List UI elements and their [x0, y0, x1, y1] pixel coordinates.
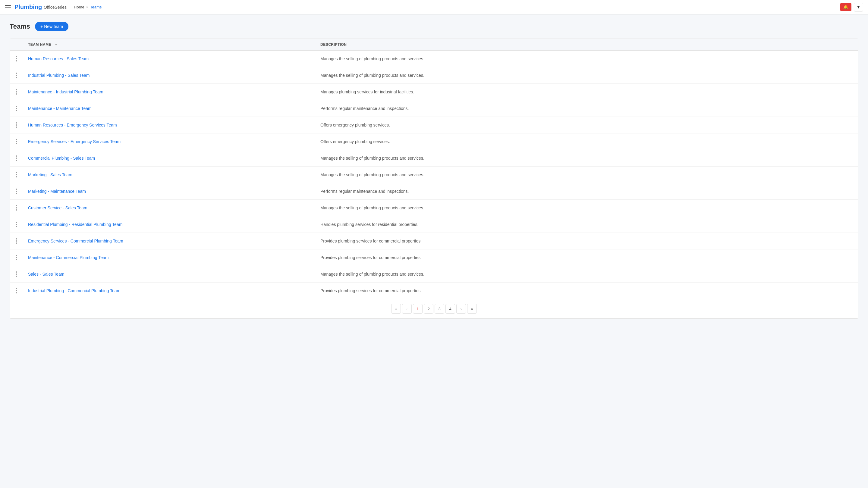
- pagination-page-2[interactable]: 2: [424, 304, 433, 314]
- team-name-link[interactable]: Maintenance - Commercial Plumbing Team: [28, 255, 108, 260]
- row-description-cell: Provides plumbing services for commercia…: [315, 250, 858, 266]
- team-name-link[interactable]: Commercial Plumbing - Sales Team: [28, 156, 95, 161]
- row-menu-button[interactable]: [15, 221, 19, 228]
- table-row: Sales - Sales TeamManages the selling of…: [10, 266, 858, 283]
- row-action-cell: [10, 133, 23, 150]
- new-team-button[interactable]: + New team: [35, 22, 68, 31]
- team-name-link[interactable]: Industrial Plumbing - Sales Team: [28, 73, 90, 78]
- row-menu-button[interactable]: [15, 88, 19, 96]
- table-row: Human Resources - Emergency Services Tea…: [10, 117, 858, 133]
- team-name-link[interactable]: Residential Plumbing - Residential Plumb…: [28, 222, 122, 227]
- row-menu-button[interactable]: [15, 154, 19, 162]
- row-menu-button[interactable]: [15, 121, 19, 129]
- row-action-cell: [10, 167, 23, 183]
- team-name-link[interactable]: Human Resources - Emergency Services Tea…: [28, 123, 117, 127]
- pagination-next[interactable]: ›: [456, 304, 466, 314]
- table-header-description: DESCRIPTION: [315, 39, 858, 51]
- team-name-link[interactable]: Maintenance - Maintenance Team: [28, 106, 92, 111]
- team-name-link[interactable]: Customer Service - Sales Team: [28, 205, 87, 210]
- team-description: Offers emergency plumbing services.: [320, 123, 390, 127]
- row-menu-button[interactable]: [15, 270, 19, 278]
- table-row: Customer Service - Sales TeamManages the…: [10, 200, 858, 216]
- pagination-page-3[interactable]: 3: [435, 304, 444, 314]
- row-description-cell: Manages the selling of plumbing products…: [315, 67, 858, 84]
- row-team-name-cell: Commercial Plumbing - Sales Team: [23, 150, 315, 167]
- row-menu-button[interactable]: [15, 104, 19, 112]
- team-name-link[interactable]: Marketing - Sales Team: [28, 172, 72, 177]
- row-description-cell: Manages the selling of plumbing products…: [315, 167, 858, 183]
- row-team-name-cell: Maintenance - Maintenance Team: [23, 100, 315, 117]
- team-name-link[interactable]: Sales - Sales Team: [28, 272, 64, 276]
- row-team-name-cell: Maintenance - Industrial Plumbing Team: [23, 84, 315, 100]
- row-menu-button[interactable]: [15, 171, 19, 178]
- row-team-name-cell: Marketing - Maintenance Team: [23, 183, 315, 200]
- team-name-link[interactable]: Industrial Plumbing - Commercial Plumbin…: [28, 288, 120, 293]
- row-action-cell: [10, 67, 23, 84]
- row-action-cell: [10, 200, 23, 216]
- row-menu-button[interactable]: [15, 204, 19, 212]
- row-team-name-cell: Industrial Plumbing - Sales Team: [23, 67, 315, 84]
- row-team-name-cell: Emergency Services - Commercial Plumbing…: [23, 233, 315, 250]
- row-team-name-cell: Industrial Plumbing - Commercial Plumbin…: [23, 283, 315, 299]
- pagination-prev[interactable]: ‹: [402, 304, 412, 314]
- table-row: Maintenance - Maintenance TeamPerforms r…: [10, 100, 858, 117]
- table-row: Marketing - Maintenance TeamPerforms reg…: [10, 183, 858, 200]
- table-row: Human Resources - Sales TeamManages the …: [10, 51, 858, 67]
- teams-table-container: TEAM NAME ▼ DESCRIPTION Human Resources …: [10, 38, 858, 319]
- row-menu-button[interactable]: [15, 138, 19, 145]
- table-header-action: [10, 39, 23, 51]
- table-header-team-name: TEAM NAME ▼: [23, 39, 315, 51]
- bell-icon: 🔔: [843, 5, 848, 9]
- row-action-cell: [10, 250, 23, 266]
- row-description-cell: Manages the selling of plumbing products…: [315, 150, 858, 167]
- row-description-cell: Manages the selling of plumbing products…: [315, 266, 858, 283]
- table-header-row: TEAM NAME ▼ DESCRIPTION: [10, 39, 858, 51]
- row-action-cell: [10, 100, 23, 117]
- row-menu-button[interactable]: [15, 71, 19, 79]
- team-name-link[interactable]: Emergency Services - Emergency Services …: [28, 139, 121, 144]
- page-title: Teams: [10, 23, 30, 30]
- menu-icon[interactable]: [5, 4, 11, 10]
- pagination-last[interactable]: »: [467, 304, 477, 314]
- team-name-link[interactable]: Marketing - Maintenance Team: [28, 189, 86, 194]
- team-name-link[interactable]: Human Resources - Sales Team: [28, 56, 89, 61]
- team-description: Offers emergency plumbing services.: [320, 139, 390, 144]
- chevron-down-icon: ▼: [857, 5, 861, 9]
- pagination-page-4[interactable]: 4: [445, 304, 455, 314]
- team-description: Manages the selling of plumbing products…: [320, 156, 424, 161]
- row-menu-button[interactable]: [15, 237, 19, 245]
- row-description-cell: Provides plumbing services for commercia…: [315, 283, 858, 299]
- table-row: Maintenance - Commercial Plumbing TeamPr…: [10, 250, 858, 266]
- pagination-page-1[interactable]: 1: [413, 304, 423, 314]
- breadcrumb: Home » Teams: [74, 5, 101, 9]
- row-menu-button[interactable]: [15, 287, 19, 295]
- table-row: Emergency Services - Commercial Plumbing…: [10, 233, 858, 250]
- row-action-cell: [10, 150, 23, 167]
- breadcrumb-home[interactable]: Home: [74, 5, 84, 9]
- brand-name: Plumbing: [14, 4, 42, 10]
- breadcrumb-current: Teams: [90, 5, 101, 9]
- row-description-cell: Provides plumbing services for commercia…: [315, 233, 858, 250]
- team-description: Provides plumbing services for commercia…: [320, 238, 422, 243]
- filter-icon[interactable]: ▼: [54, 42, 58, 47]
- team-name-link[interactable]: Emergency Services - Commercial Plumbing…: [28, 238, 123, 243]
- table-row: Industrial Plumbing - Sales TeamManages …: [10, 67, 858, 84]
- table-row: Residential Plumbing - Residential Plumb…: [10, 216, 858, 233]
- row-team-name-cell: Sales - Sales Team: [23, 266, 315, 283]
- table-row: Emergency Services - Emergency Services …: [10, 133, 858, 150]
- pagination-first[interactable]: «: [391, 304, 401, 314]
- team-description: Manages the selling of plumbing products…: [320, 172, 424, 177]
- team-name-link[interactable]: Maintenance - Industrial Plumbing Team: [28, 90, 103, 94]
- brand: Plumbing OfficeSeries: [14, 4, 67, 10]
- row-team-name-cell: Emergency Services - Emergency Services …: [23, 133, 315, 150]
- row-description-cell: Handles plumbing services for residentia…: [315, 216, 858, 233]
- row-menu-button[interactable]: [15, 187, 19, 195]
- team-description: Manages the selling of plumbing products…: [320, 56, 424, 61]
- row-menu-button[interactable]: [15, 254, 19, 261]
- table-row: Commercial Plumbing - Sales TeamManages …: [10, 150, 858, 167]
- row-menu-button[interactable]: [15, 55, 19, 63]
- row-description-cell: Offers emergency plumbing services.: [315, 133, 858, 150]
- user-dropdown-button[interactable]: ▼: [854, 3, 863, 11]
- teams-table: TEAM NAME ▼ DESCRIPTION Human Resources …: [10, 39, 858, 299]
- notifications-button[interactable]: 🔔: [840, 3, 851, 11]
